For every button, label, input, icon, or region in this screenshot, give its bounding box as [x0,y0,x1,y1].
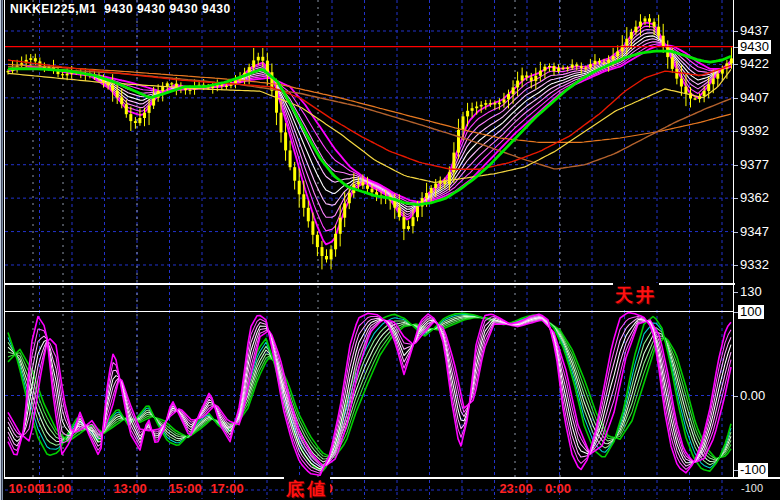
candle-body [280,113,283,133]
candle-body [148,106,151,113]
indicator-axis-tick [734,470,738,471]
candle-body [430,188,433,193]
candle-body [371,189,374,192]
indicator-axis-label: -100 [738,463,768,477]
candle-body [152,98,155,106]
candle-body [571,65,574,68]
price-axis-tick [734,165,738,166]
candle-body [402,217,405,229]
candle-body [566,68,569,69]
candle-body [539,71,542,76]
candle-body [348,193,351,203]
candle-body [111,85,114,90]
candle-body [170,83,173,84]
candle-body [594,61,597,64]
candle-body [129,114,132,121]
candle-body [616,51,619,56]
price-axis-label: 9392 [740,124,769,138]
candle-body [680,79,683,87]
candle-body [334,234,337,250]
candle-body [694,98,697,99]
candle-body [261,57,264,61]
candle-body [534,76,537,81]
candle-body [343,203,346,217]
indicator-panel[interactable] [0,285,734,478]
candle-body [553,66,556,71]
time-axis-label: 23:00 [499,481,532,496]
candle-body [143,113,146,118]
price-axis-tick [734,47,738,48]
candle-body [225,86,228,87]
candle-body [475,107,478,109]
magenta-fan-line [8,316,731,471]
candle-body [457,130,460,153]
magenta-fan-line [8,318,731,470]
candle-body [507,94,510,99]
candle-body [630,32,633,39]
main-price-chart[interactable] [0,0,734,284]
ribbon-line [8,44,731,203]
candle-body [657,27,660,36]
candle-body [644,18,647,21]
candle-body [525,75,528,77]
annotation-bottom: 底値 [284,477,330,500]
candle-body [393,201,396,208]
candle-body [707,84,710,91]
candle-body [512,87,515,94]
indicator-axis-tick [734,396,738,397]
candle-body [311,221,314,235]
candle-body [120,97,123,104]
candle-body [584,68,587,69]
candle-body [557,68,560,71]
price-axis-label: 9407 [740,91,769,105]
candle-body [516,81,519,88]
current-price-label: 9430 [738,40,771,54]
candle-body [575,65,578,67]
candle-body [339,218,342,234]
candle-body [548,66,551,67]
candle-body [489,103,492,104]
candle-body [61,74,64,75]
indicator-axis-tick [734,312,738,313]
candle-body [603,63,606,64]
candle-body [662,36,665,47]
price-axis-tick [734,265,738,266]
candle-body [498,103,501,105]
indicator-axis-label: 130 [740,285,762,299]
price-axis-tick [734,198,738,199]
candle-body [684,87,687,94]
time-axis-separator [4,477,780,479]
candle-body [316,235,319,247]
candle-body [321,247,324,256]
candle-body [480,105,483,107]
indicator-axis-label: 100 [738,305,764,319]
candle-body [361,182,364,185]
candle-body [716,74,719,79]
candle-body [562,68,565,69]
price-axis-label: 9377 [740,158,769,172]
candle-body [675,69,678,79]
candle-body [325,256,328,259]
candle-body [248,67,251,73]
candle-body [598,61,601,63]
price-axis-tick [734,64,738,65]
time-axis-label: 15:00 [168,481,201,496]
axis-corner-artifact: -100 [741,482,763,494]
candle-body [175,84,178,87]
candle-body [484,103,487,105]
candle-body [252,60,255,67]
candle-body [607,60,610,63]
candle-body [166,83,169,86]
candle-body [521,75,524,80]
candle-body [366,185,369,188]
chart-left-border [4,0,5,478]
candle-body [425,193,428,198]
price-axis-label: 9347 [740,225,769,239]
price-axis-tick [734,131,738,132]
indicator-axis-label: 0.00 [740,389,765,403]
time-axis-label: 17:00 [210,481,243,496]
time-axis-label: 0:00 [545,481,571,496]
candle-body [189,90,192,91]
axis-divider[interactable] [733,0,734,478]
price-axis-label: 9362 [740,191,769,205]
